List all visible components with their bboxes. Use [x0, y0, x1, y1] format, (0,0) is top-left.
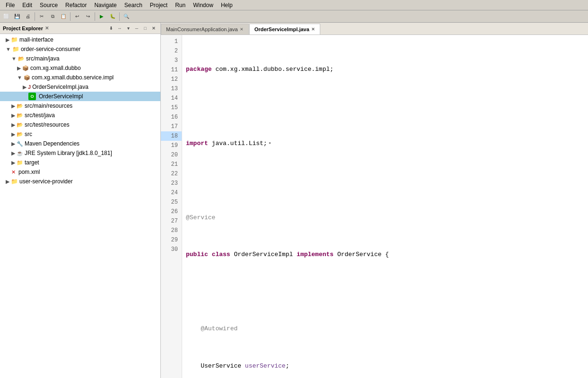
line-num-15: 15 [161, 103, 182, 112]
expand-icon: ▶ [11, 103, 15, 109]
save-btn[interactable]: 💾 [12, 11, 22, 22]
menu-run[interactable]: Run [171, 1, 189, 9]
tree-label: com.xg.xmall.dubbo [30, 65, 81, 71]
undo-btn[interactable]: ↩ [72, 11, 82, 22]
tree-item-maven-deps[interactable]: ▶ 🔧 Maven Dependencies [0, 139, 160, 148]
panel-header-left: Project Explorer ✕ [3, 26, 49, 31]
tree-item-src-main-res[interactable]: ▶ 📂 src/main/resources [0, 101, 160, 111]
line-num-26: 26 [161, 207, 182, 216]
tree-item-pkg-dubbo[interactable]: ▶ 📦 com.xg.xmall.dubbo [0, 63, 160, 73]
src-icon: 📂 [17, 131, 23, 137]
tree-label: user-service-provider [19, 178, 73, 185]
menu-source[interactable]: Source [36, 1, 61, 9]
line-num-28: 28 [161, 226, 182, 235]
tree-item-orderservice-impl[interactable]: O OrderServiceImpl [0, 92, 160, 101]
tree-item-target[interactable]: ▶ 📁 target [0, 158, 160, 167]
tree-label: OrderServiceImpl [39, 93, 83, 100]
menu-project[interactable]: Project [146, 1, 171, 9]
tab-main-consumer[interactable]: MainConsumerApplication.java ✕ [161, 24, 249, 34]
tree-label: order-service-consumer [21, 46, 81, 52]
code-line-15: @Autowired [186, 324, 588, 334]
menu-navigate[interactable]: Navigate [90, 1, 120, 9]
tree-label: JRE System Library [jdk1.8.0_181] [25, 150, 112, 156]
line-num-14: 14 [161, 94, 182, 103]
annotation: @Autowired [201, 324, 237, 334]
keyword: class [212, 250, 230, 259]
minimize-btn[interactable]: ─ [133, 25, 140, 32]
tab-close-main[interactable]: ✕ [240, 27, 244, 32]
tab-close-order[interactable]: ✕ [311, 27, 315, 32]
tree-label: pom.xml [18, 169, 40, 175]
close-panel-btn[interactable]: ✕ [150, 25, 158, 32]
tree-item-mall-interface[interactable]: ▶ 📁 mall-interface [0, 35, 160, 44]
tree-item-src-test-res[interactable]: ▶ 📂 src/test/resources [0, 120, 160, 129]
code-line-13: public class OrderServiceImpl implements… [186, 250, 588, 259]
line-num-25: 25 [161, 198, 182, 207]
tab-bar: MainConsumerApplication.java ✕ OrderServ… [161, 23, 588, 35]
collapse-all-btn[interactable]: ⬇ [107, 25, 115, 32]
variable: userService [245, 361, 286, 371]
line-numbers: 1 2 3 11 12 13 14 15 16 17 18 19 20 21 2… [161, 35, 182, 378]
maximize-btn[interactable]: □ [141, 25, 149, 32]
line-num-13: 13 [161, 84, 182, 94]
tree-item-pom[interactable]: ✕ pom.xml [0, 167, 160, 177]
jre-icon: ☕ [17, 150, 23, 156]
tree-item-order-service[interactable]: ▼ 📁 order-service-consumer [0, 44, 160, 54]
tab-order-service-impl[interactable]: OrderServiceImpl.java ✕ [249, 24, 320, 34]
menu-help[interactable]: Help [217, 1, 237, 9]
run-btn[interactable]: ▶ [97, 11, 107, 22]
menu-search[interactable]: Search [121, 1, 146, 9]
tree-container: ▶ 📁 mall-interface ▼ 📁 order-service-con… [0, 34, 160, 378]
pkg-icon: 📦 [24, 75, 30, 81]
tree-item-orderservice-java[interactable]: ▶ J OrderServiceImpl.java [0, 82, 160, 92]
project-icon: 📁 [11, 36, 18, 43]
project-icon: 📁 [11, 178, 18, 185]
code-line-14 [186, 287, 588, 297]
tree-item-user-service[interactable]: ▶ 📁 user-service-provider [0, 177, 160, 186]
folder-icon: 📁 [17, 160, 23, 166]
tree-item-jre[interactable]: ▶ ☕ JRE System Library [jdk1.8.0_181] [0, 148, 160, 158]
tree-label: src/test/java [25, 112, 55, 119]
src-icon: 📂 [18, 56, 25, 62]
tree-label: mall-interface [19, 36, 53, 43]
search-btn[interactable]: 🔍 [121, 11, 132, 22]
paste-btn[interactable]: 📋 [58, 11, 69, 22]
line-num-30: 30 [161, 245, 182, 254]
line-num-24: 24 [161, 188, 182, 198]
debug-btn[interactable]: 🐛 [107, 11, 118, 22]
tab-label: MainConsumerApplication.java [166, 26, 238, 32]
tree-item-src[interactable]: ▶ 📂 src [0, 129, 160, 139]
menu-window[interactable]: Window [189, 1, 217, 9]
line-num-20: 20 [161, 150, 182, 160]
panel-menu-btn[interactable]: ▾ [124, 25, 132, 32]
tree-label: OrderServiceImpl.java [32, 84, 88, 90]
link-editor-btn[interactable]: ↔ [116, 25, 123, 32]
class-icon: O [28, 93, 36, 100]
print-btn[interactable]: 🖨 [23, 11, 33, 22]
project-icon: 📁 [12, 46, 19, 52]
line-num-27: 27 [161, 216, 182, 226]
tree-label: src/main/resources [25, 103, 72, 109]
menu-edit[interactable]: Edit [18, 1, 36, 9]
keyword: package [186, 65, 212, 74]
menu-file[interactable]: File [2, 1, 18, 9]
expand-icon: ▶ [11, 122, 15, 128]
expand-icon: ▼ [11, 56, 17, 61]
redo-btn[interactable]: ↪ [83, 11, 93, 22]
deps-icon: 🔧 [17, 141, 23, 147]
menu-refactor[interactable]: Refactor [61, 1, 90, 9]
new-btn[interactable]: ⬜ [1, 11, 11, 22]
copy-btn[interactable]: ⧉ [47, 11, 58, 22]
cut-btn[interactable]: ✂ [36, 11, 47, 22]
annotation: @Service [186, 213, 215, 223]
code-content: package com.xg.xmall.dubbo.service.impl;… [182, 35, 588, 378]
tree-item-src-test-java[interactable]: ▶ 📂 src/test/java [0, 111, 160, 120]
expand-icon: ▼ [17, 75, 22, 80]
src-icon: 📂 [17, 122, 23, 128]
line-num-17: 17 [161, 122, 182, 131]
editor-area: MainConsumerApplication.java ✕ OrderServ… [161, 23, 588, 378]
line-num-3: 3 [161, 56, 182, 65]
tree-item-pkg-impl[interactable]: ▼ 📦 com.xg.xmall.dubbo.service.impl [0, 73, 160, 82]
code-editor[interactable]: 1 2 3 11 12 13 14 15 16 17 18 19 20 21 2… [161, 35, 588, 378]
tree-item-src-main-java[interactable]: ▼ 📂 src/main/java [0, 54, 160, 63]
